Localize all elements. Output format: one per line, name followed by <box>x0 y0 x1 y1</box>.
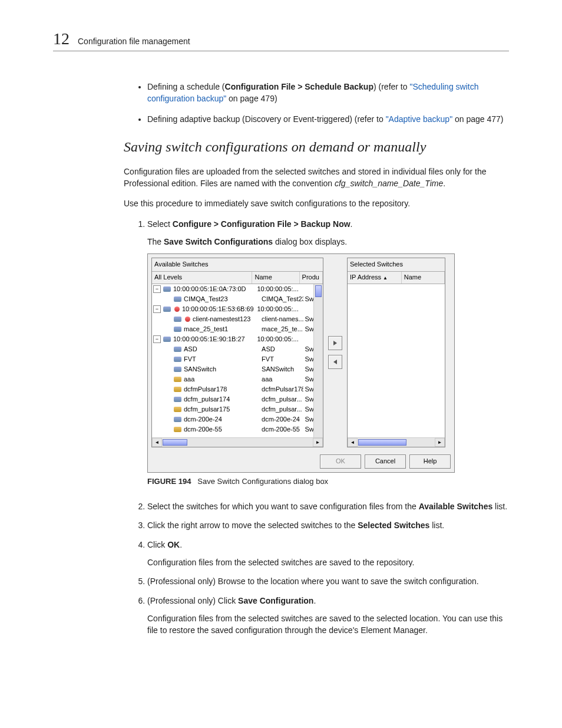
paragraph: Configuration files are uploaded from th… <box>124 166 509 190</box>
tree-row[interactable]: mace_25_test1mace_25_te...Switc <box>152 324 323 334</box>
help-button[interactable]: Help <box>409 454 451 469</box>
step-sub: The Save Switch Configurations dialog bo… <box>147 236 509 248</box>
tree-row[interactable]: − 10:00:00:05:1E:90:1B:2710:00:00:05:... <box>152 334 323 344</box>
col-product[interactable]: Produ <box>300 272 323 284</box>
text: list. <box>492 502 507 511</box>
chapter-number: 12 <box>53 29 70 48</box>
chapter-title: Configuration file management <box>78 37 190 46</box>
horizontal-scrollbar[interactable]: ◄ ► <box>348 437 445 447</box>
tree-toggle-icon[interactable]: − <box>153 285 161 293</box>
tree-row[interactable]: − 10:00:00:05:1E:0A:73:0D10:00:00:05:... <box>152 284 323 294</box>
switch-icon <box>174 327 181 332</box>
text: Select <box>147 219 173 229</box>
text: Click the right arrow to move the select… <box>147 521 358 530</box>
text: The <box>147 237 164 246</box>
step-item: Click the right arrow to move the select… <box>147 519 509 531</box>
tree-row[interactable]: dcfm_pulsar175dcfm_pulsar...Switc <box>152 404 323 414</box>
col-ip[interactable]: IP Address ▲ <box>348 272 402 284</box>
switch-icon <box>174 347 181 352</box>
row-label: 10:00:00:05:1E:53:6B:69 <box>182 305 254 314</box>
tree-row[interactable]: ASDASDSwitc <box>152 344 323 354</box>
move-right-button[interactable] <box>328 336 342 350</box>
row-name: ASD <box>260 345 303 354</box>
text: Defining a schedule ( <box>147 82 225 91</box>
step-item: (Professional only) Browse to the locati… <box>147 575 509 587</box>
step-item: Select the switches for which you want t… <box>147 500 509 512</box>
switch-icon <box>174 377 181 382</box>
text: (Professional only) Click <box>147 596 238 605</box>
tree-row[interactable]: CIMQA_Test23CIMQA_Test23Switc <box>152 294 323 304</box>
text: . <box>351 219 353 229</box>
switch-icon <box>174 427 181 432</box>
col-name[interactable]: Name <box>252 272 299 284</box>
switch-icon <box>174 297 181 302</box>
tree-row[interactable]: SANSwitchSANSwitchSwitc <box>152 364 323 374</box>
row-label: dcfm_pulsar174 <box>184 395 230 404</box>
svg-marker-0 <box>333 341 337 345</box>
save-switch-config-dialog: Available Switches All Levels Name Produ… <box>147 253 455 473</box>
bullet-list: Defining a schedule (Configuration File … <box>124 81 509 125</box>
tree-row[interactable]: FVTFVTSwitc <box>152 354 323 364</box>
ui-label: OK <box>167 540 180 549</box>
menu-path: Configuration File > Schedule Backup <box>225 82 373 91</box>
col-levels[interactable]: All Levels <box>152 272 252 284</box>
step-item: Select Configure > Configuration File > … <box>147 218 509 487</box>
sort-asc-icon: ▲ <box>383 275 388 281</box>
scrollbar-thumb[interactable] <box>163 439 187 446</box>
tree-row[interactable]: aaaaaaSwitc <box>152 374 323 384</box>
figure-label: FIGURE 194 <box>147 477 191 486</box>
tree-toggle-icon[interactable]: − <box>153 305 161 313</box>
tree-row[interactable]: dcfm_pulsar174dcfm_pulsar...Switc <box>152 394 323 404</box>
ok-button[interactable]: OK <box>320 454 361 469</box>
row-name: dcfmPulsar178 <box>260 385 303 394</box>
move-left-button[interactable] <box>328 355 342 369</box>
col-name[interactable]: Name <box>402 272 445 284</box>
tree-row[interactable]: dcm-200e-55dcm-200e-55Switc <box>152 424 323 434</box>
paragraph: Use this procedure to immediately save s… <box>124 197 509 209</box>
switch-icon <box>174 397 181 402</box>
scrollbar-thumb[interactable] <box>315 285 322 297</box>
xref-link[interactable]: "Adaptive backup" <box>386 114 452 124</box>
horizontal-scrollbar[interactable]: ◄ ► <box>152 437 323 447</box>
selected-switches-panel: Selected Switches IP Address ▲ Name ◄ <box>347 258 445 447</box>
ui-label: Selected Switches <box>358 521 429 530</box>
text: on page 479) <box>226 94 277 103</box>
tree-row[interactable]: dcm-200e-24dcm-200e-24Switc <box>152 414 323 424</box>
panel-title: Selected Switches <box>348 258 445 272</box>
section-title: Saving switch configurations on demand o… <box>124 139 509 155</box>
switch-icon <box>163 337 171 342</box>
scroll-left-icon[interactable]: ◄ <box>348 438 358 447</box>
selected-body[interactable] <box>348 284 445 437</box>
row-name: CIMQA_Test23 <box>260 295 303 304</box>
dialog-footer: OK Cancel Help <box>148 451 454 472</box>
row-label: mace_25_test1 <box>184 325 228 334</box>
ui-label: Save Configuration <box>238 596 313 605</box>
text: . <box>313 596 316 605</box>
row-label: 10:00:00:05:1E:0A:73:0D <box>173 285 246 294</box>
available-switches-panel: Available Switches All Levels Name Produ… <box>151 258 323 447</box>
tree-row[interactable]: client-namestest123client-names...Switc <box>152 314 323 324</box>
switch-icon <box>174 367 181 372</box>
row-name: dcm-200e-24 <box>260 415 303 424</box>
scrollbar-thumb[interactable] <box>358 439 406 446</box>
scroll-right-icon[interactable]: ► <box>313 438 323 447</box>
row-label: dcm-200e-24 <box>184 415 222 424</box>
tree-body[interactable]: − 10:00:00:05:1E:0A:73:0D10:00:00:05:...… <box>152 284 323 437</box>
row-label: SANSwitch <box>184 365 216 374</box>
row-name: 10:00:00:05:... <box>256 305 302 314</box>
row-label: aaa <box>184 375 194 384</box>
status-dot-icon <box>174 307 180 312</box>
tree-row[interactable]: − 10:00:00:05:1E:53:6B:6910:00:00:05:... <box>152 304 323 314</box>
panel-title: Available Switches <box>152 258 323 272</box>
move-buttons <box>327 258 343 447</box>
tree-toggle-icon[interactable]: − <box>153 335 161 343</box>
row-name: aaa <box>260 375 303 384</box>
figure-text: Save Switch Configurations dialog box <box>197 477 328 486</box>
scroll-right-icon[interactable]: ► <box>435 438 445 447</box>
vertical-scrollbar[interactable] <box>313 284 323 437</box>
switch-icon <box>174 357 181 362</box>
cancel-button[interactable]: Cancel <box>365 454 406 469</box>
scroll-left-icon[interactable]: ◄ <box>152 438 162 447</box>
tree-row[interactable]: dcfmPulsar178dcfmPulsar178Switc <box>152 384 323 394</box>
row-name: 10:00:00:05:... <box>256 285 302 294</box>
